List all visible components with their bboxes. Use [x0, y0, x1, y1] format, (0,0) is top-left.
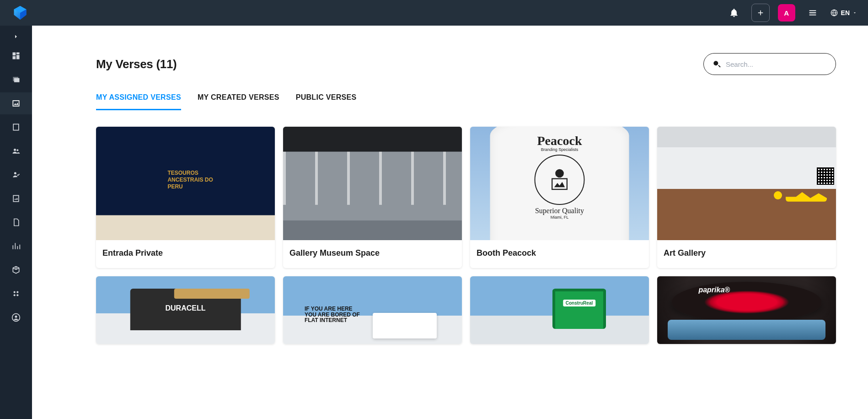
verse-title: Gallery Museum Space [283, 240, 462, 268]
verse-title: Booth Peacock [470, 240, 649, 268]
verse-thumbnail: Peacock Branding Specialists Superior Qu… [470, 127, 649, 240]
sidebar-item-events[interactable] [0, 116, 32, 138]
app-logo[interactable] [12, 5, 28, 21]
sidebar-expand-toggle[interactable] [0, 30, 32, 43]
search-input[interactable] [726, 60, 827, 68]
verse-thumbnail [657, 276, 836, 344]
verse-card[interactable]: Peacock Branding Specialists Superior Qu… [470, 127, 649, 268]
verse-thumbnail [657, 127, 836, 240]
verse-thumbnail: TESOUROS ANCESTRAIS DO PERU [96, 127, 275, 240]
svg-point-5 [16, 149, 18, 151]
main-content: My Verses (11) MY ASSIGNED VERSES MY CRE… [32, 26, 868, 419]
sidebar-item-3d[interactable] [0, 259, 32, 281]
verse-card[interactable]: IF YOU ARE HERE YOU ARE BORED OF FLAT IN… [283, 276, 462, 344]
thumbnail-city: Miami, FL [551, 215, 569, 220]
sidebar-item-documents[interactable] [0, 211, 32, 233]
page-header: My Verses (11) [96, 53, 836, 75]
sidebar-item-account[interactable] [0, 306, 32, 328]
sidebar-item-media[interactable] [0, 69, 32, 91]
grid-dots-icon [11, 289, 21, 298]
thumbnail-stand [373, 313, 437, 338]
image-icon [11, 99, 21, 108]
thumbnail-brand: Peacock [537, 134, 582, 148]
sidebar-item-apps[interactable] [0, 283, 32, 305]
top-bar: A EN [0, 0, 868, 26]
tab-my-assigned-verses[interactable]: MY ASSIGNED VERSES [96, 93, 181, 110]
language-label: EN [841, 9, 850, 16]
avatar-button[interactable]: A [778, 4, 795, 21]
thumbnail-quality: Superior Quality [535, 207, 584, 215]
menu-button[interactable] [804, 4, 822, 22]
svg-point-8 [16, 291, 18, 293]
chevron-right-icon [13, 33, 19, 40]
chart-icon [11, 242, 21, 251]
document-icon [11, 218, 21, 227]
svg-point-6 [14, 172, 16, 174]
tabs-bar: MY ASSIGNED VERSES MY CREATED VERSES PUB… [96, 93, 836, 110]
verse-card[interactable]: TESOUROS ANCESTRAIS DO PERU Entrada Priv… [96, 127, 275, 268]
sidebar [0, 26, 32, 419]
search-box[interactable] [703, 53, 836, 75]
calendar-icon [11, 123, 21, 132]
topbar-left [12, 5, 28, 21]
svg-rect-14 [552, 179, 567, 189]
caret-down-icon [852, 11, 857, 15]
people-icon [11, 146, 21, 156]
topbar-right: A EN [725, 4, 857, 22]
verse-card[interactable] [96, 276, 275, 344]
thumbnail-tagline: Branding Specialists [541, 147, 579, 152]
sidebar-item-dashboard[interactable] [0, 45, 32, 67]
svg-point-7 [14, 291, 16, 293]
search-icon [712, 59, 721, 69]
page-title: My Verses (11) [96, 57, 177, 71]
thumbnail-kiosk [552, 289, 606, 329]
globe-icon [830, 9, 838, 17]
account-circle-icon [11, 313, 21, 322]
tab-public-verses[interactable]: PUBLIC VERSES [296, 93, 357, 110]
thumbnail-sign-text: IF YOU ARE HERE YOU ARE BORED OF FLAT IN… [305, 306, 365, 323]
svg-point-9 [14, 294, 16, 296]
verse-card[interactable]: Gallery Museum Space [283, 127, 462, 268]
thumbnail-ring [671, 282, 821, 322]
sidebar-item-analytics[interactable] [0, 235, 32, 257]
thumbnail-overlay-text: TESOUROS ANCESTRAIS DO PERU [167, 170, 213, 190]
verse-card[interactable]: Art Gallery [657, 127, 836, 268]
svg-point-12 [15, 316, 17, 318]
sidebar-item-verses[interactable] [0, 92, 32, 114]
verse-thumbnail [96, 276, 275, 344]
svg-point-4 [14, 149, 16, 151]
verses-grid: TESOUROS ANCESTRAIS DO PERU Entrada Priv… [96, 127, 836, 344]
sidebar-item-approvals[interactable] [0, 164, 32, 186]
thumbnail-qr-icon [817, 167, 834, 185]
tab-my-created-verses[interactable]: MY CREATED VERSES [198, 93, 279, 110]
verse-thumbnail: IF YOU ARE HERE YOU ARE BORED OF FLAT IN… [283, 276, 462, 344]
verse-title: Entrada Private [96, 240, 275, 268]
create-button[interactable] [751, 4, 770, 22]
hamburger-icon [808, 8, 818, 18]
verse-card[interactable] [470, 276, 649, 344]
verse-title: Art Gallery [657, 240, 836, 268]
plus-icon [756, 9, 765, 17]
notifications-button[interactable] [725, 4, 743, 22]
avatar-initial: A [784, 9, 789, 17]
verse-card[interactable] [657, 276, 836, 344]
thumbnail-booth [130, 289, 241, 331]
verse-thumbnail [470, 276, 649, 344]
sidebar-item-users[interactable] [0, 140, 32, 162]
bell-icon [729, 8, 739, 18]
thumbnail-shape [786, 190, 827, 202]
sidebar-item-library[interactable] [0, 188, 32, 210]
thumbnail-dot [774, 191, 782, 199]
dashboard-icon [11, 51, 21, 60]
thumbnail-sky [668, 320, 825, 340]
book-image-icon [11, 194, 21, 203]
thumbnail-graphic [535, 155, 585, 205]
svg-point-10 [16, 294, 18, 296]
verse-thumbnail [283, 127, 462, 240]
person-check-icon [11, 170, 21, 179]
language-select[interactable]: EN [830, 9, 857, 17]
images-icon [11, 75, 21, 84]
cube-icon [11, 265, 21, 274]
svg-point-13 [555, 169, 564, 178]
